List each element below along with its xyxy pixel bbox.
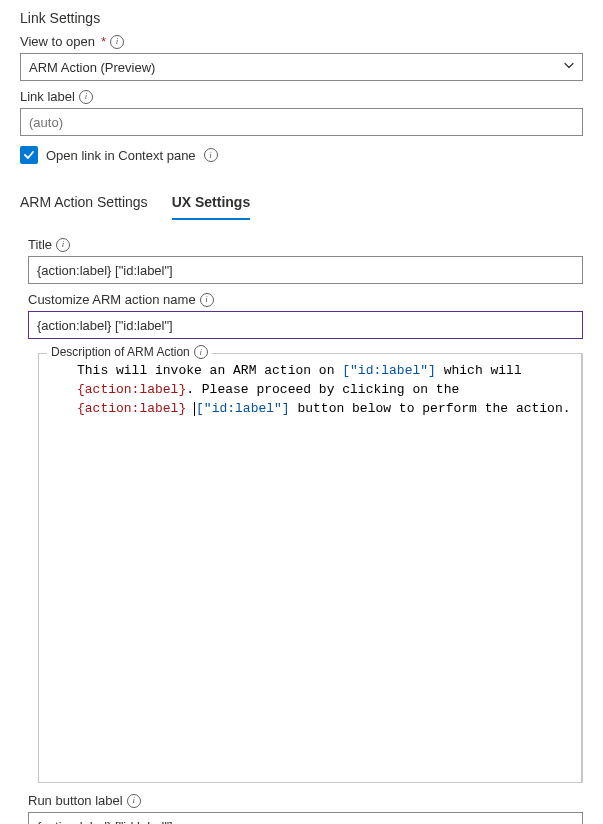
description-label-text: Description of ARM Action [51,345,190,359]
info-icon[interactable]: i [204,148,218,162]
title-label-text: Title [28,237,52,252]
text-cursor [194,402,195,416]
desc-seg: . Please proceed by clicking on the [186,382,459,397]
link-label-label: Link label i [20,89,583,104]
view-to-open-select[interactable]: ARM Action (Preview) [20,53,583,81]
view-to-open-value: ARM Action (Preview) [29,60,155,75]
tab-arm-action-settings[interactable]: ARM Action Settings [20,188,148,220]
desc-seg: {action:label} [77,401,186,416]
info-icon[interactable]: i [194,345,208,359]
desc-seg: ["id:label"] [196,401,290,416]
description-editor[interactable]: Description of ARM Action i This will in… [38,353,583,783]
view-to-open-label-text: View to open [20,34,95,49]
run-button-label-label: Run button label i [28,793,583,808]
required-asterisk: * [101,34,106,49]
tabs: ARM Action Settings UX Settings [20,188,583,221]
title-input[interactable] [28,256,583,284]
info-icon[interactable]: i [110,35,124,49]
description-label: Description of ARM Action i [47,345,212,359]
view-to-open-label: View to open * i [20,34,583,49]
section-title: Link Settings [20,10,583,26]
run-button-label-input[interactable] [28,812,583,824]
info-icon[interactable]: i [79,90,93,104]
info-icon[interactable]: i [56,238,70,252]
title-label: Title i [28,237,583,252]
customize-arm-label-text: Customize ARM action name [28,292,196,307]
description-content: This will invoke an ARM action on ["id:l… [49,360,571,419]
info-icon[interactable]: i [127,794,141,808]
link-label-text: Link label [20,89,75,104]
open-in-context-label: Open link in Context pane [46,148,196,163]
desc-seg: which will [436,363,522,378]
desc-seg: {action:label} [77,382,186,397]
info-icon[interactable]: i [200,293,214,307]
tab-ux-settings[interactable]: UX Settings [172,188,251,220]
desc-seg [186,401,194,416]
customize-arm-input[interactable] [28,311,583,339]
desc-seg: This will invoke an ARM action on [77,363,342,378]
run-button-label-text: Run button label [28,793,123,808]
link-label-input[interactable] [20,108,583,136]
desc-seg: button below to perform the action. [290,401,571,416]
customize-arm-label: Customize ARM action name i [28,292,583,307]
desc-seg: ["id:label"] [342,363,436,378]
open-in-context-checkbox[interactable] [20,146,38,164]
